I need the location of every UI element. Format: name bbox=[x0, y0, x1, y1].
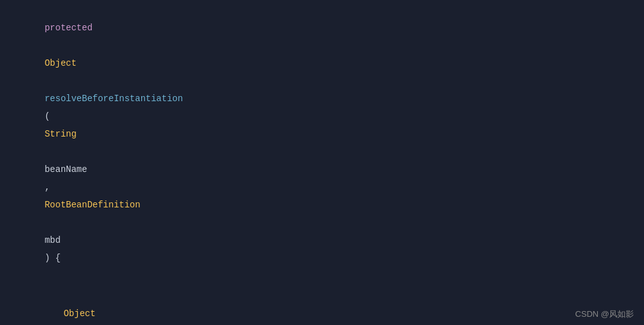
line-content-2: Object bean = null ; bbox=[0, 287, 96, 325]
kw-object: Object bbox=[44, 58, 76, 68]
code-editor: protected Object resolveBeforeInstantiat… bbox=[0, 0, 644, 325]
kw-protected: protected bbox=[44, 23, 92, 33]
fn-resolve: resolveBeforeInstantiation bbox=[44, 94, 182, 104]
line-content-1: protected Object resolveBeforeInstantiat… bbox=[0, 1, 183, 285]
code-line-2: Object bean = null ; bbox=[0, 286, 644, 325]
watermark: CSDN @风如影 bbox=[575, 309, 634, 320]
code-line-1: protected Object resolveBeforeInstantiat… bbox=[0, 0, 644, 286]
